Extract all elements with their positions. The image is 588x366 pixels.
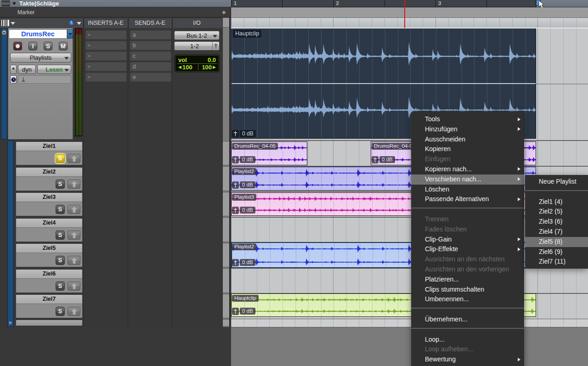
gutter-segment[interactable] [223,141,229,166]
menu-item-loop-aufheben[interactable]: Loop aufheben... [411,344,524,355]
sends-column-header[interactable]: SENDS A-E [129,18,171,28]
gutter-segment[interactable] [223,294,229,319]
track-name-dropdown[interactable] [67,29,73,39]
menu-item-clip-gain[interactable]: Clip-Gain [411,235,524,245]
lane-name[interactable]: Ziel5 [16,244,82,253]
lane-promote-button[interactable] [68,231,80,240]
track-list-dropdown-icon[interactable] [11,22,15,25]
menu-item-bewertung[interactable]: Bewertung [411,355,524,365]
send-slot[interactable]: e [130,73,171,82]
menu-item-clip-effekte[interactable]: Clip-Effekte [411,244,524,254]
gutter-segment[interactable] [223,192,229,217]
insert-slot[interactable] [85,62,127,71]
clip-name-badge[interactable]: Hauptclip [233,30,261,38]
clip-gain-badge[interactable]: 0 dB [240,259,255,266]
menu-item-fades-löschen[interactable]: Fades löschen [411,225,524,235]
lane-name[interactable]: Ziel1 [16,142,82,151]
lane-solo-button[interactable]: S [56,256,65,265]
clip-name-badge[interactable]: Playlist2 [232,243,256,250]
send-slot[interactable]: a [130,30,171,39]
lane-solo-button[interactable]: S [56,231,65,240]
clip-gain-fader-icon[interactable] [232,130,239,137]
menu-item-hinzufügen[interactable]: Hinzufügen [411,124,524,135]
input-fader-mini[interactable] [212,42,219,50]
lane-promote-button[interactable] [68,307,80,316]
menu-item-löschen[interactable]: Löschen [411,185,524,195]
clip-gain-badge[interactable]: 0 dB [240,181,255,188]
output-path-selector[interactable]: Bus 1-2 [174,31,220,40]
clip-gain-badge[interactable]: 0 dB [379,156,395,163]
dyn-button[interactable]: dyn [18,65,36,74]
menu-item-platzieren[interactable]: Platzieren... [411,275,524,285]
lane-name[interactable]: Ziel2 [16,168,82,177]
menu-item-kopieren[interactable]: Kopieren [411,144,524,154]
marker-ruler-timeline[interactable] [231,7,588,18]
clip-gain-badge[interactable]: 0 dB [240,207,255,214]
clock-dropdown-icon[interactable] [77,22,81,25]
clip-gain-fader-icon[interactable] [232,181,239,189]
record-enable-button[interactable] [13,42,22,51]
lane-name[interactable]: Ziel6 [16,270,82,279]
lane-name[interactable]: Ziel4 [16,219,82,228]
menu-item-clips-stummschalten[interactable]: Clips stummschalten [411,285,524,295]
gutter-segment[interactable] [223,166,229,191]
track-collapse-button[interactable] [1,30,7,35]
lane-solo-button[interactable]: S [56,282,65,291]
automation-clock-button[interactable] [10,75,17,84]
menu-item-tools[interactable]: Tools [411,114,524,124]
lane-overflow-bar[interactable] [16,320,83,326]
volume-pan-display[interactable]: vol 0.0 ◀ 100 ▶ 100 [175,55,219,72]
mute-button[interactable]: M [59,42,68,51]
menu-item-kopieren-nach[interactable]: Kopieren nach... [411,164,524,175]
lane-solo-button[interactable]: S [56,154,65,163]
clip-gain-badge[interactable]: 0 dB [240,156,255,163]
track-list-icon[interactable] [1,20,9,26]
menu-item-einfügen[interactable]: Einfügen [411,154,524,164]
submenu-item-ziel7-11[interactable]: Ziel7 (11) [525,257,588,267]
send-slot[interactable]: c [130,51,171,61]
lane-promote-button[interactable] [68,180,80,189]
lane-solo-button[interactable]: S [56,180,65,189]
automation-mode-selector[interactable]: Lesen [37,65,71,74]
menu-item-loop[interactable]: Loop... [411,335,524,345]
gutter-segment[interactable] [223,217,229,242]
lane-name[interactable]: Ziel3 [16,193,82,202]
submenu-item-ziel3-6[interactable]: Ziel3 (6) [525,217,588,227]
track-view-selector[interactable]: Playlists [10,53,71,62]
menu-item-trennen[interactable]: Trennen [411,214,524,225]
menu-item-ausrichten-an-den-nächsten[interactable]: Ausrichten an den nächsten [411,254,524,265]
insert-slot[interactable] [85,41,127,50]
submenu-item-ziel1-4[interactable]: Ziel1 (4) [525,197,588,207]
insert-slot[interactable] [85,51,127,61]
clip-gain-fader-icon[interactable] [372,156,379,163]
asterisk-button[interactable]: * [10,65,17,74]
marker-ruler-row[interactable]: Marker + [0,7,231,17]
submenu-item-neue-playlist[interactable]: Neue Playlist [525,177,588,187]
clip-name-badge[interactable]: Playlist3 [232,194,256,201]
send-slot[interactable]: b [130,41,171,50]
clip-name-badge[interactable]: Playlist2 [232,168,256,175]
ruler-mode-label[interactable]: Takte|Schläge [19,0,59,7]
submenu-item-ziel6-9[interactable]: Ziel6 (9) [525,247,588,257]
io-column-header[interactable]: I/O [173,18,221,28]
input-monitor-button[interactable]: I [28,42,37,51]
volume-fader-strip[interactable] [18,75,71,84]
bars-beats-ruler[interactable]: 123 [231,0,537,7]
track-name[interactable]: DrumsRec [9,29,67,39]
inserts-column-header[interactable]: INSERTS A-E [84,18,127,28]
send-slot[interactable]: d [130,62,171,71]
gutter-segment[interactable] [223,319,229,327]
clip-name-badge[interactable]: DrumsRec_04-05 [232,143,278,150]
lane-promote-button[interactable] [68,154,80,163]
menu-item-übernehmen[interactable]: Übernehmen... [411,315,524,325]
clip-gain-badge[interactable]: 0 dB [240,308,255,315]
clip-gain-fader-icon[interactable] [232,156,239,163]
menu-item-umbenennen[interactable]: Umbenennen... [411,294,524,304]
lane-overflow-arrow-icon[interactable] [9,321,12,325]
ruler-dropdown-icon[interactable] [12,2,16,5]
lane-promote-button[interactable] [68,205,80,214]
lane-solo-button[interactable]: S [56,307,65,316]
lane-name[interactable]: Ziel7 [16,295,82,304]
ruler-menu-icon[interactable] [1,0,10,6]
track-color-strip[interactable] [1,28,7,140]
